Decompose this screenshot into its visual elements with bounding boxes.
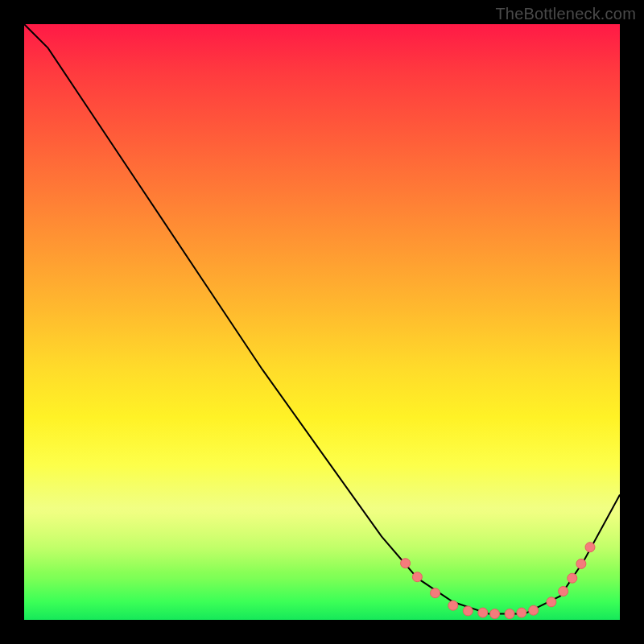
- curve-layer: [24, 24, 620, 620]
- marker-pt-l: [559, 587, 568, 597]
- marker-pt-i: [517, 608, 526, 617]
- curve-markers: [401, 543, 595, 619]
- plot-area: [24, 24, 620, 620]
- marker-pt-j: [529, 605, 539, 615]
- marker-pt-m: [568, 573, 577, 583]
- marker-pt-a: [401, 559, 411, 568]
- marker-pt-h: [505, 609, 514, 619]
- marker-pt-f: [478, 608, 488, 617]
- marker-pt-c: [431, 588, 440, 598]
- marker-pt-d: [448, 601, 458, 610]
- bottleneck-curve: [24, 24, 620, 614]
- marker-pt-o: [585, 543, 595, 552]
- marker-pt-b: [412, 572, 422, 582]
- marker-pt-g: [490, 609, 500, 619]
- marker-pt-n: [576, 559, 586, 568]
- marker-pt-k: [547, 597, 556, 607]
- watermark-text: TheBottleneck.com: [495, 5, 636, 23]
- marker-pt-e: [463, 606, 473, 616]
- chart-frame: TheBottleneck.com: [0, 0, 644, 644]
